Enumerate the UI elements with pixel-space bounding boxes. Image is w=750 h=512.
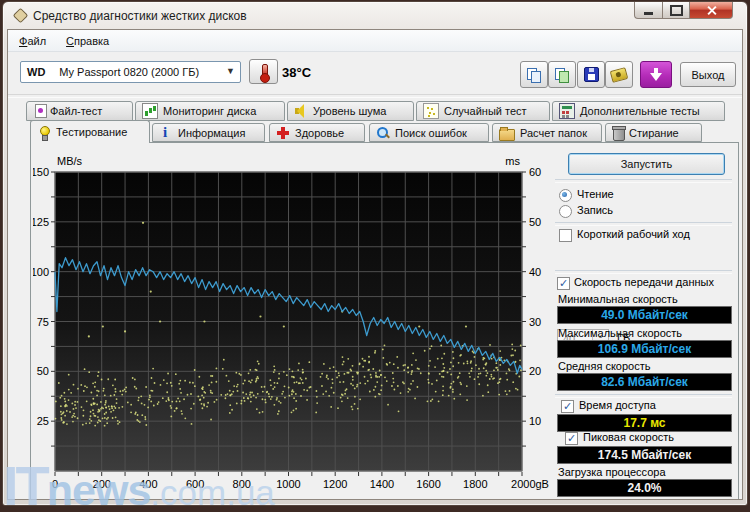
temperature-value: 38°C bbox=[282, 65, 311, 80]
short-stroke-label: Короткий рабочий ход bbox=[577, 228, 690, 240]
magnifier-icon bbox=[376, 126, 390, 140]
svg-text:1200: 1200 bbox=[323, 478, 347, 490]
svg-text:60: 60 bbox=[529, 166, 541, 178]
separator bbox=[555, 179, 732, 183]
access-time-value: 17.7 мс bbox=[557, 414, 732, 432]
burst-label: Пиковая скорость bbox=[583, 431, 674, 443]
file-test-icon bbox=[35, 104, 47, 118]
copy-text-button[interactable] bbox=[520, 61, 548, 88]
svg-text:100: 100 bbox=[33, 266, 49, 278]
screenshot-root: Средство диагностики жестких дисков Файл… bbox=[0, 0, 750, 512]
max-speed-value: 106.9 Мбайт/сек bbox=[557, 340, 732, 358]
close-icon bbox=[706, 5, 717, 16]
download-button[interactable] bbox=[640, 61, 672, 88]
svg-text:40: 40 bbox=[529, 266, 541, 278]
tab-erase[interactable]: Стирание bbox=[605, 123, 702, 142]
copy-text-icon bbox=[527, 68, 541, 82]
access-time-label: Время доступа bbox=[579, 399, 656, 411]
svg-text:25: 25 bbox=[37, 415, 49, 427]
svg-text:600: 600 bbox=[186, 478, 204, 490]
tab-folder-usage[interactable]: Расчет папок bbox=[492, 123, 602, 142]
title-bar[interactable]: Средство диагностики жестких дисков bbox=[3, 2, 747, 29]
menu-file[interactable]: Файл bbox=[10, 32, 55, 50]
tab-info[interactable]: Информация bbox=[152, 123, 265, 142]
minimize-button[interactable] bbox=[634, 2, 662, 19]
screenshot-button[interactable] bbox=[605, 61, 633, 88]
svg-text:200: 200 bbox=[93, 478, 111, 490]
benchmark-page: 1501251007550256050403020100200400600800… bbox=[30, 142, 739, 500]
svg-text:150: 150 bbox=[33, 166, 49, 178]
svg-text:75: 75 bbox=[37, 316, 49, 328]
drive-name: My Passport 0820 (2000 ГБ) bbox=[59, 66, 199, 78]
save-icon bbox=[584, 67, 599, 82]
min-speed-value: 49.0 Мбайт/сек bbox=[557, 306, 732, 324]
svg-text:1800: 1800 bbox=[463, 478, 487, 490]
tab-health[interactable]: Здоровье bbox=[269, 123, 365, 142]
read-radio[interactable] bbox=[559, 189, 572, 202]
separator bbox=[555, 394, 732, 398]
run-button[interactable]: Запустить bbox=[568, 153, 725, 175]
window-title: Средство диагностики жестких дисков bbox=[33, 9, 247, 23]
transfer-checkbox[interactable]: ✓ bbox=[557, 277, 570, 290]
tab-disk-monitor[interactable]: Мониторинг диска bbox=[135, 101, 285, 121]
cpu-label: Загрузка процессора bbox=[558, 466, 666, 478]
menu-help[interactable]: Справка bbox=[57, 32, 118, 50]
maximize-button[interactable] bbox=[662, 2, 689, 19]
maximize-icon bbox=[670, 5, 683, 16]
tab-file-test[interactable]: Файл-тест bbox=[26, 101, 133, 121]
write-radio[interactable] bbox=[559, 205, 572, 218]
random-test-icon bbox=[423, 103, 439, 119]
tab-extra-tests[interactable]: Дополнительные тесты bbox=[552, 101, 725, 121]
svg-text:800: 800 bbox=[233, 478, 251, 490]
svg-text:50: 50 bbox=[529, 216, 541, 228]
tab-benchmark[interactable]: Тестирование bbox=[30, 120, 150, 143]
short-stroke-checkbox[interactable] bbox=[559, 229, 572, 242]
tab-random-test[interactable]: Случайный тест bbox=[416, 101, 550, 121]
save-button[interactable] bbox=[577, 61, 605, 88]
burst-checkbox[interactable]: ✓ bbox=[565, 432, 578, 445]
drive-select[interactable]: WD My Passport 0820 (2000 ГБ) ▼ bbox=[20, 61, 241, 83]
svg-text:400: 400 bbox=[139, 478, 157, 490]
read-radio-label: Чтение bbox=[577, 188, 614, 200]
transfer-label: Скорость передачи данных bbox=[574, 276, 714, 288]
app-window: Средство диагностики жестких дисков Файл… bbox=[2, 1, 748, 506]
speaker-icon bbox=[294, 104, 308, 118]
drive-vendor: WD bbox=[27, 66, 45, 78]
toolbar-separator bbox=[8, 94, 742, 98]
svg-text:30: 30 bbox=[529, 316, 541, 328]
separator bbox=[555, 222, 732, 226]
svg-text:ms: ms bbox=[505, 155, 520, 167]
info-icon bbox=[159, 126, 173, 140]
svg-text:10: 10 bbox=[529, 415, 541, 427]
svg-text:MB/s: MB/s bbox=[57, 155, 83, 167]
exit-button[interactable]: Выход bbox=[680, 62, 736, 87]
temperature-button[interactable] bbox=[249, 59, 278, 84]
svg-text:1400: 1400 bbox=[370, 478, 394, 490]
tab-noise-level[interactable]: Уровень шума bbox=[287, 101, 414, 121]
close-button[interactable] bbox=[689, 2, 733, 19]
extra-tests-icon bbox=[559, 103, 575, 119]
copy-image-button[interactable] bbox=[548, 61, 576, 88]
access-time-checkbox[interactable]: ✓ bbox=[561, 400, 574, 413]
cpu-value: 24.0% bbox=[557, 479, 732, 497]
chevron-down-icon: ▼ bbox=[226, 66, 235, 76]
app-icon bbox=[13, 8, 29, 24]
tab-error-scan[interactable]: Поиск ошибок bbox=[369, 123, 489, 142]
separator bbox=[555, 270, 732, 274]
thermometer-icon bbox=[261, 64, 267, 79]
download-icon bbox=[650, 68, 662, 82]
avg-speed-label: Средняя скорость bbox=[558, 360, 650, 372]
menu-bar: Файл Справка bbox=[8, 30, 742, 52]
benchmark-chart: 1501251007550256050403020100200400600800… bbox=[33, 145, 553, 500]
client-area: Файл Справка WD My Passport 0820 (2000 Г… bbox=[7, 29, 743, 500]
svg-text:50: 50 bbox=[37, 365, 49, 377]
copy-image-icon bbox=[555, 68, 569, 82]
svg-text:0: 0 bbox=[52, 478, 58, 490]
max-speed-label: Максимальная скорость bbox=[558, 327, 682, 339]
burst-value: 174.5 Мбайт/сек bbox=[557, 446, 732, 464]
folder-icon bbox=[499, 129, 515, 141]
health-cross-icon bbox=[276, 126, 290, 140]
svg-text:125: 125 bbox=[33, 216, 49, 228]
disk-monitor-icon bbox=[142, 103, 158, 119]
min-speed-label: Минимальная скорость bbox=[558, 293, 678, 305]
